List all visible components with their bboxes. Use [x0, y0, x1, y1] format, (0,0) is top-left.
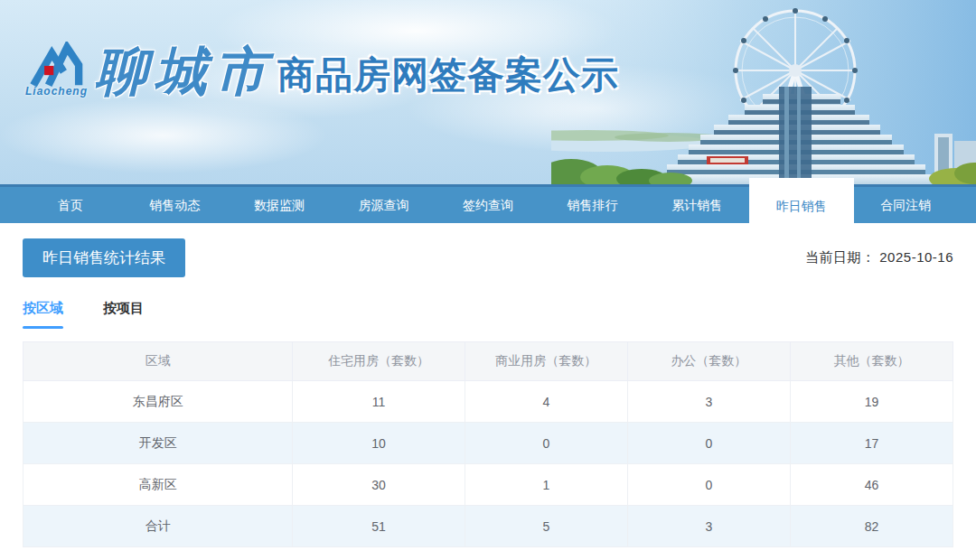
- header-banner: Liaocheng 聊城市 商品房网签备案公示: [0, 0, 976, 184]
- col-header-residential: 住宅用房（套数）: [293, 342, 465, 381]
- view-tabs: 按区域 按项目: [23, 300, 953, 329]
- cell-region: 东昌府区: [23, 381, 293, 423]
- cell-office: 3: [627, 381, 790, 423]
- nav-item-contract-cancellation[interactable]: 合同注销: [854, 187, 959, 223]
- cell-region: 开发区: [23, 423, 293, 464]
- tab-by-region[interactable]: 按区域: [23, 300, 63, 329]
- current-date: 当前日期： 2025-10-16: [805, 249, 953, 266]
- cell-residential: 11: [293, 381, 465, 423]
- cell-commercial: 5: [465, 506, 627, 547]
- cell-region: 高新区: [23, 464, 293, 506]
- table-row-total: 合计 51 5 3 82: [23, 506, 953, 547]
- nav-item-sales-trends[interactable]: 销售动态: [123, 187, 228, 223]
- nav-item-data-monitor[interactable]: 数据监测: [227, 187, 332, 223]
- table-row: 东昌府区 11 4 3 19: [23, 381, 953, 423]
- col-header-commercial: 商业用房（套数）: [465, 342, 627, 381]
- table-header-row: 区域 住宅用房（套数） 商业用房（套数） 办公（套数） 其他（套数）: [23, 342, 953, 381]
- liaocheng-logo-icon: [28, 42, 86, 89]
- table-row: 高新区 30 1 0 46: [23, 464, 953, 506]
- cell-office: 0: [627, 423, 790, 464]
- nav-item-listing-search[interactable]: 房源查询: [332, 187, 436, 223]
- section-title-button: 昨日销售统计结果: [23, 238, 185, 277]
- banner-title: 商品房网签备案公示: [277, 57, 619, 98]
- nav-item-contract-search[interactable]: 签约查询: [436, 187, 540, 223]
- cell-office: 3: [627, 506, 790, 547]
- col-header-office: 办公（套数）: [627, 342, 790, 381]
- cell-residential: 10: [293, 423, 465, 464]
- sales-stats-table: 区域 住宅用房（套数） 商业用房（套数） 办公（套数） 其他（套数） 东昌府区 …: [23, 341, 953, 547]
- cell-office: 0: [627, 464, 790, 506]
- col-header-region: 区域: [23, 342, 293, 381]
- cell-commercial: 4: [465, 381, 627, 423]
- current-date-value: 2025-10-16: [879, 249, 953, 265]
- content-header: 昨日销售统计结果 当前日期： 2025-10-16: [23, 238, 953, 277]
- cell-residential: 51: [293, 506, 465, 547]
- nav-item-cumulative-sales[interactable]: 累计销售: [644, 187, 749, 223]
- logo-script-text: Liaocheng: [25, 85, 88, 98]
- table-row: 开发区 10 0 0 17: [23, 423, 953, 464]
- nav-item-home[interactable]: 首页: [18, 187, 123, 223]
- nav-item-yesterday-sales[interactable]: 昨日销售: [749, 178, 854, 229]
- cell-other: 82: [790, 506, 953, 547]
- col-header-other: 其他（套数）: [790, 342, 953, 381]
- cell-commercial: 0: [465, 423, 627, 464]
- cell-other: 19: [790, 381, 953, 423]
- city-name-calligraphy: 聊城市: [95, 45, 274, 98]
- main-nav: 首页 销售动态 数据监测 房源查询 签约查询 销售排行 累计销售 昨日销售 合同…: [0, 184, 976, 223]
- cell-region: 合计: [23, 506, 293, 547]
- nav-item-sales-ranking[interactable]: 销售排行: [540, 187, 645, 223]
- tab-by-project[interactable]: 按项目: [103, 300, 144, 329]
- cell-residential: 30: [293, 464, 465, 506]
- cell-other: 46: [790, 464, 953, 506]
- current-date-label: 当前日期：: [805, 249, 876, 265]
- cell-commercial: 1: [465, 464, 627, 506]
- brand-lockup: Liaocheng 聊城市 商品房网签备案公示: [25, 42, 619, 98]
- cell-other: 17: [790, 423, 953, 464]
